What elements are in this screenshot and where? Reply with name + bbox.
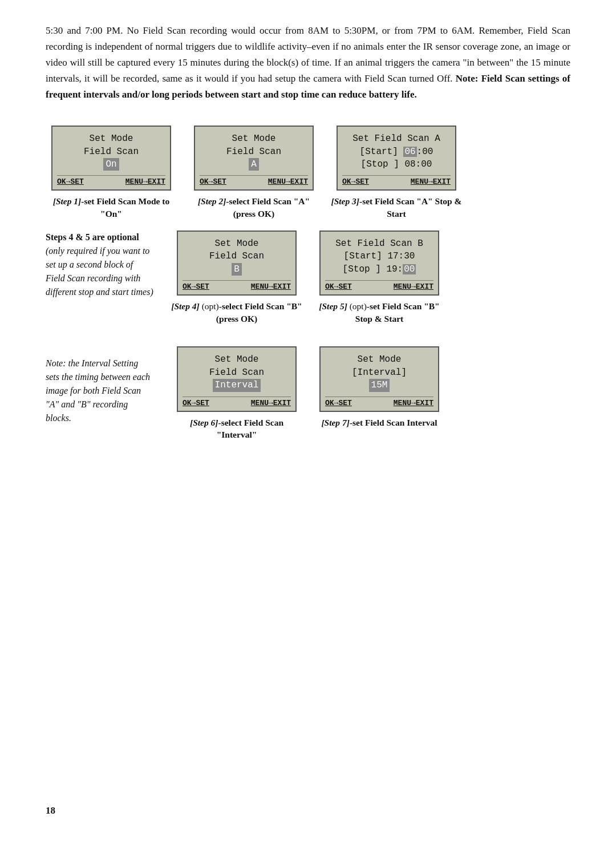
note-text: Note: the Interval Setting sets the timi… bbox=[46, 357, 154, 425]
steps-45-bold: Steps 4 & 5 are bbox=[46, 232, 105, 242]
steps-45-opt: optional bbox=[107, 232, 139, 242]
step-2-footer: OK→SET MENU→EXIT bbox=[200, 175, 308, 186]
step-3-ok: OK→SET bbox=[342, 177, 369, 186]
step-1-ok: OK→SET bbox=[57, 177, 84, 186]
step-5-num: [Step 5] bbox=[319, 301, 347, 311]
step-4-opt: (opt) bbox=[200, 301, 219, 311]
steps-row-2: Steps 4 & 5 are optional (only required … bbox=[46, 231, 570, 325]
step-5-footer: OK→SET MENU→EXIT bbox=[325, 280, 433, 291]
step-2-cell: Set Mode Field Scan A OK→SET MENU→EXIT [… bbox=[188, 126, 319, 220]
note-text-block: Note: the Interval Setting sets the timi… bbox=[46, 346, 160, 425]
step-4-menu: MENU→EXIT bbox=[251, 282, 291, 291]
step-6-line3: Interval bbox=[183, 379, 291, 391]
step-7-highlight: 15M bbox=[369, 379, 390, 391]
step-1-highlight: On bbox=[103, 158, 119, 171]
step-7-menu: MENU→EXIT bbox=[394, 399, 433, 407]
step-4-num: [Step 4] bbox=[171, 301, 200, 311]
step-1-line1: Set Mode bbox=[57, 132, 165, 145]
page-number: 18 bbox=[46, 805, 55, 816]
step-2-line2: Field Scan bbox=[200, 145, 308, 158]
step-6-footer: OK→SET MENU→EXIT bbox=[183, 397, 291, 407]
step-1-num: [Step 1] bbox=[53, 196, 82, 206]
step-7-footer: OK→SET MENU→EXIT bbox=[325, 397, 433, 407]
step-4-line3: B bbox=[183, 263, 291, 276]
step-5-desc: -set Field Scan "B" Stop & Start bbox=[355, 301, 440, 324]
step-7-line2: [Interval] bbox=[325, 366, 433, 379]
step-2-menu: MENU→EXIT bbox=[268, 177, 308, 186]
step-2-ok: OK→SET bbox=[200, 177, 226, 186]
step-7-cell: Set Mode [Interval] 15M OK→SET MENU→EXIT… bbox=[314, 346, 445, 428]
step-3-menu: MENU→EXIT bbox=[411, 177, 451, 186]
step-5-ok: OK→SET bbox=[325, 282, 352, 291]
step-7-desc: -set Field Scan Interval bbox=[350, 418, 437, 427]
steps-section: Set Mode Field Scan On OK→SET MENU→EXIT … bbox=[46, 126, 570, 447]
step-3-footer: OK→SET MENU→EXIT bbox=[342, 175, 451, 186]
step-1-caption: [Step 1]-set Field Scan Mode to "On" bbox=[46, 195, 177, 220]
step-1-lcd: Set Mode Field Scan On OK→SET MENU→EXIT bbox=[51, 126, 171, 191]
step-2-desc: -select Field Scan "A" (press OK) bbox=[226, 196, 310, 219]
step-2-line1: Set Mode bbox=[200, 132, 308, 145]
step-3-line3: [Stop ] 08:00 bbox=[342, 158, 451, 171]
step-7-lcd: Set Mode [Interval] 15M OK→SET MENU→EXIT bbox=[319, 346, 439, 411]
step-7-num: [Step 7] bbox=[321, 418, 350, 427]
steps-45-italic: (only required if you want to set up a s… bbox=[46, 246, 153, 297]
step-7-ok: OK→SET bbox=[325, 399, 352, 407]
step-3-num: [Step 3] bbox=[331, 196, 359, 206]
step-5-lcd: Set Field Scan B [Start] 17:30 [Stop ] 1… bbox=[319, 231, 439, 296]
step-6-line2: Field Scan bbox=[183, 366, 291, 379]
step-2-caption: [Step 2]-select Field Scan "A" (press OK… bbox=[188, 195, 319, 220]
step-4-highlight: B bbox=[232, 263, 242, 276]
step-7-line3: 15M bbox=[325, 379, 433, 391]
step-6-num: [Step 6] bbox=[190, 418, 218, 427]
step-6-line1: Set Mode bbox=[183, 353, 291, 366]
step-4-line2: Field Scan bbox=[183, 250, 291, 262]
step-5-line3: [Stop ] 19:00 bbox=[325, 263, 433, 276]
step-6-highlight: Interval bbox=[213, 379, 261, 391]
step-7-caption: [Step 7]-set Field Scan Interval bbox=[321, 417, 437, 429]
step-1-menu: MENU→EXIT bbox=[125, 177, 165, 186]
step-6-cell: Set Mode Field Scan Interval OK→SET MENU… bbox=[171, 346, 302, 441]
step-4-caption: [Step 4] (opt)-select Field Scan "B" (pr… bbox=[171, 300, 302, 325]
intro-paragraph: 5:30 and 7:00 PM. No Field Scan recordin… bbox=[46, 23, 570, 103]
steps-45-label: Steps 4 & 5 are optional (only required … bbox=[46, 231, 160, 299]
step-5-opt: (opt) bbox=[347, 301, 367, 311]
step-2-line3: A bbox=[200, 158, 308, 171]
step-4-footer: OK→SET MENU→EXIT bbox=[183, 280, 291, 291]
step-3-cell: Set Field Scan A [Start] 06:00 [Stop ] 0… bbox=[331, 126, 462, 220]
step-6-desc: -select Field Scan "Interval" bbox=[217, 418, 283, 440]
step-1-desc: -set Field Scan Mode to "On" bbox=[81, 196, 169, 219]
step-1-cell: Set Mode Field Scan On OK→SET MENU→EXIT … bbox=[46, 126, 177, 220]
step-6-caption: [Step 6]-select Field Scan "Interval" bbox=[171, 417, 302, 441]
step-2-lcd: Set Mode Field Scan A OK→SET MENU→EXIT bbox=[194, 126, 314, 191]
step-6-ok: OK→SET bbox=[183, 399, 209, 407]
step-3-line1: Set Field Scan A bbox=[342, 132, 451, 145]
step-7-line1: Set Mode bbox=[325, 353, 433, 366]
step-1-footer: OK→SET MENU→EXIT bbox=[57, 175, 165, 186]
step-3-desc: -set Field Scan "A" Stop & Start bbox=[359, 196, 462, 219]
step-3-line2: [Start] 06:00 bbox=[342, 145, 451, 158]
step-5-menu: MENU→EXIT bbox=[394, 282, 433, 291]
step-3-caption: [Step 3]-set Field Scan "A" Stop & Start bbox=[331, 195, 462, 220]
steps-row-3: Note: the Interval Setting sets the timi… bbox=[46, 346, 570, 441]
step-1-line3: On bbox=[57, 158, 165, 171]
step-4-ok: OK→SET bbox=[183, 282, 209, 291]
step-6-lcd: Set Mode Field Scan Interval OK→SET MENU… bbox=[177, 346, 297, 411]
step-3-lcd: Set Field Scan A [Start] 06:00 [Stop ] 0… bbox=[337, 126, 456, 191]
step-5-cell: Set Field Scan B [Start] 17:30 [Stop ] 1… bbox=[314, 231, 445, 325]
step-4-cell: Set Mode Field Scan B OK→SET MENU→EXIT [… bbox=[171, 231, 302, 325]
step-4-desc: -select Field Scan "B" (press OK) bbox=[216, 301, 302, 324]
steps-row-1: Set Mode Field Scan On OK→SET MENU→EXIT … bbox=[46, 126, 570, 220]
step-1-line2: Field Scan bbox=[57, 145, 165, 158]
step-5-line1: Set Field Scan B bbox=[325, 237, 433, 250]
step-2-num: [Step 2] bbox=[198, 196, 226, 206]
step-6-menu: MENU→EXIT bbox=[251, 399, 291, 407]
step-2-highlight: A bbox=[249, 158, 259, 171]
step-4-lcd: Set Mode Field Scan B OK→SET MENU→EXIT bbox=[177, 231, 297, 296]
step-4-line1: Set Mode bbox=[183, 237, 291, 250]
step-5-line2: [Start] 17:30 bbox=[325, 250, 433, 262]
step-5-caption: [Step 5] (opt)-set Field Scan "B" Stop &… bbox=[314, 300, 445, 325]
